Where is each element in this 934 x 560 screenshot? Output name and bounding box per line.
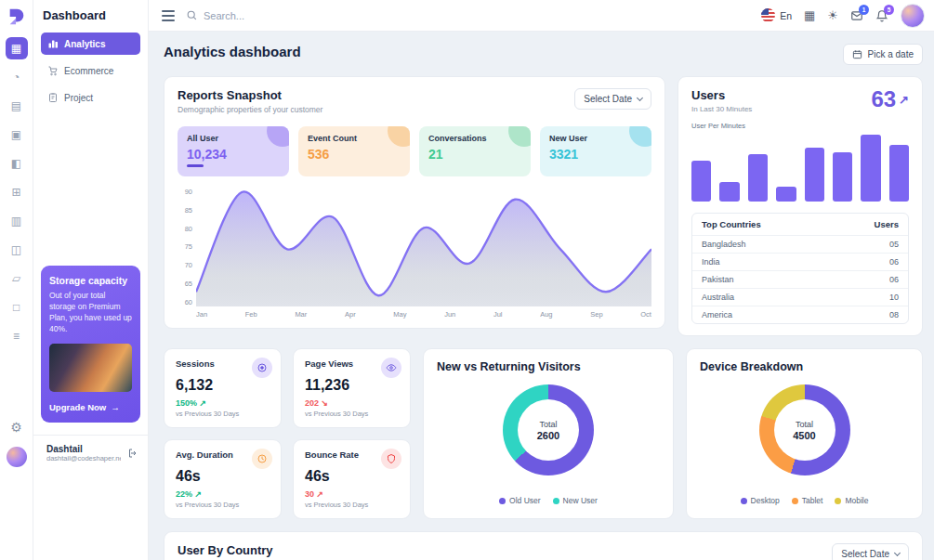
country-row: India06 [692,253,908,270]
tables-icon[interactable]: ▥ [6,210,28,232]
sidebar-item-ecommerce[interactable]: Ecommerce [41,59,140,82]
users-card: Users In Last 30 Minutes 63 ↗ User Per M… [677,76,923,336]
devices-title: Device Breakdown [700,360,909,373]
app-root: ▦◔▤▣◧⊞▥◫▱□≡ ⚙ Dashboard Analytics Ecomme… [0,0,934,560]
x-tick-label: Jun [444,310,455,319]
row-reports-users: Reports Snapshot Demographic properties … [164,76,923,336]
dashboard-icon[interactable]: ▦ [6,37,28,59]
reports-title: Reports Snapshot [178,88,322,102]
sidebar-item-project[interactable]: Project [41,86,140,109]
bar-chart-icon [47,38,59,49]
storage-body: Out of your total storage on Premium Pla… [49,291,132,335]
messages-icon[interactable]: 1 [850,9,863,22]
x-tick-label: Aug [540,310,552,319]
page-views-card: Page Views 11,236 202 ↘ vs Previous 30 D… [293,348,411,428]
sidebar-user-footer: Dashtail dashtail@codeshaper.net [33,435,148,471]
visitors-title: New vs Returning Visitors [437,360,660,373]
trend-area-chart [196,188,651,306]
table-body: Bangladesh05India06Pakistan06Australia10… [692,235,908,323]
legend-dot-icon [741,498,747,504]
legend-item: New User [553,496,598,505]
country-row: America08 [692,306,908,323]
charts-icon[interactable]: ⊞ [6,181,28,203]
logout-icon[interactable] [127,448,138,459]
main-area: En ▦ ☀ 1 5 Analytics dashboard [149,0,934,560]
storage-title: Storage capacity [49,275,132,286]
pages-icon[interactable]: ◧ [6,152,28,175]
sidebar-item-label: Analytics [64,39,105,49]
search-bar [186,9,750,21]
pick-a-date-button[interactable]: Pick a date [843,44,923,65]
country-row: Pakistan06 [692,270,908,288]
tile-all-user[interactable]: All User 10,234 [178,126,289,176]
devices-donut-chart: Total 4500 [759,384,850,475]
sidebar-item-analytics[interactable]: Analytics [41,33,140,55]
maps-icon[interactable]: ▱ [6,267,28,290]
table-header-row: Top Countries Users [692,214,908,235]
storage-capacity-card: Storage capacity Out of your total stora… [41,266,140,423]
legend-dot-icon [499,498,506,504]
y-tick-label: 60 [178,298,192,306]
x-tick-label: May [393,310,406,319]
theme-sun-icon[interactable]: ☀ [827,8,838,22]
legend-item: Mobile [835,496,868,505]
eye-icon [381,358,401,378]
messages-badge: 1 [859,5,869,15]
sidebar-item-label: Ecommerce [64,66,113,76]
page-header: Analytics dashboard Pick a date [164,44,923,65]
menu-icon[interactable]: ≡ [6,325,28,347]
language-selector[interactable]: En [761,8,792,22]
x-tick-label: Jan [196,310,207,319]
trend-up-icon: ↗ [195,489,203,499]
settings-icon[interactable]: ⚙ [6,416,28,438]
clock-icon [252,449,272,469]
sidebar-title: Dashboard [41,8,140,33]
country-select-date-button[interactable]: Select Date [832,543,909,560]
user-minute-bar [861,135,880,202]
icons-icon[interactable]: ◫ [6,239,28,261]
tile-conversations[interactable]: Conversations 21 [419,126,531,176]
topbar: En ▦ ☀ 1 5 [149,0,934,32]
clipboard-icon [47,92,59,103]
sidebar: Dashboard Analytics Ecommerce Project St… [33,0,149,560]
rail-user-avatar[interactable] [7,447,27,467]
shield-icon [381,449,401,469]
components-icon[interactable]: ▤ [6,95,28,117]
hamburger-menu-icon[interactable] [162,10,175,21]
upgrade-now-button[interactable]: Upgrade Now → [49,402,132,412]
user-minute-bar [805,148,824,202]
search-input[interactable] [204,10,389,21]
report-tiles: All User 10,234 Event Count 536 Conversa… [178,126,651,176]
x-axis-labels: JanFebMarAprMayJunJulAugSepOct [178,310,651,319]
sidebar-item-label: Project [64,93,93,103]
row-user-by-country: User By Country Select Date [164,531,923,560]
tile-event-count[interactable]: Event Count 536 [298,126,410,176]
rail-items: ▦◔▤▣◧⊞▥◫▱□≡ [6,37,28,354]
x-tick-label: Oct [640,310,651,319]
arrow-right-icon: → [111,402,120,412]
y-tick-label: 90 [178,188,192,196]
chevron-down-icon [637,95,643,101]
user-per-minutes-label: User Per Minutes [691,122,909,130]
y-tick-label: 75 [178,242,192,251]
legend-item: Desktop [741,496,780,505]
y-tick-label: 80 [178,225,192,233]
tile-new-user[interactable]: New User 3321 [540,126,651,176]
reports-select-date-button[interactable]: Select Date [574,88,651,110]
legend-item: Old User [499,496,541,505]
forms-icon[interactable]: ▣ [6,124,28,146]
apps-grid-icon[interactable]: ▦ [804,8,815,22]
profile-avatar[interactable] [901,4,925,28]
applications-icon[interactable]: ◔ [6,66,28,88]
notifications-badge: 5 [884,5,894,15]
storage-photo [49,344,132,392]
notifications-bell-icon[interactable]: 5 [875,9,888,22]
brand-logo-icon[interactable] [7,7,27,27]
user-minute-bar [748,154,768,202]
top-countries-table: Top Countries Users Bangladesh05India06P… [691,213,909,324]
active-tile-indicator [187,164,204,167]
country-title: User By Country [178,543,273,557]
files-icon[interactable]: □ [6,296,28,319]
user-minute-bar [691,161,711,202]
chevron-down-icon [894,550,901,556]
